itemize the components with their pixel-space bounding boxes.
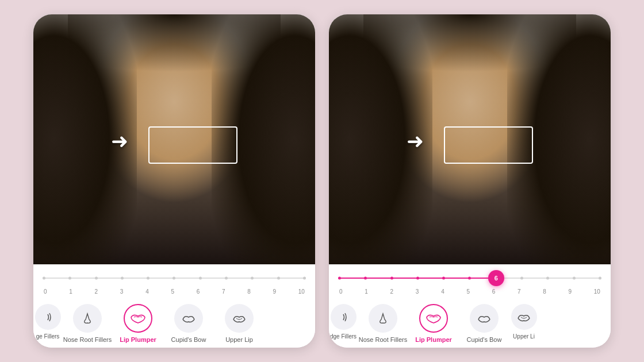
slider-dots — [43, 277, 306, 280]
slider-area-left[interactable]: 0 1 2 3 4 5 6 7 8 9 10 — [33, 264, 315, 298]
slider-dot-3 — [121, 277, 124, 280]
cartilage-label: ge Fillers — [36, 333, 60, 340]
treatment-icons-left: ge Fillers Nose Root Fillers Lip Plumper — [33, 298, 315, 348]
slider-labels-right: 0 1 2 3 4 5 6 7 8 9 10 — [338, 288, 601, 295]
slider-thumb[interactable]: 6 — [488, 270, 504, 286]
lip-plumper-icon — [124, 304, 152, 333]
sidebar-item-cupids-bow-right[interactable]: Cupid's Bow — [459, 304, 509, 343]
slider-dot-r5 — [468, 277, 471, 280]
slider-dots-right — [338, 277, 601, 280]
slider-dot-1 — [68, 277, 71, 280]
slider-thumb-value: 6 — [494, 275, 498, 282]
treatment-icons-right: dge Fillers Nose Root Fillers Lip Plumpe… — [329, 298, 611, 348]
lip-plumper-label-right: Lip Plumper — [415, 336, 452, 343]
lip-plumper-icon-right — [419, 304, 448, 333]
lip-detection-box-right — [444, 126, 533, 164]
slider-dot-r8 — [546, 277, 549, 280]
upper-lip-icon — [225, 304, 254, 333]
sidebar-item-nose-root-right[interactable]: Nose Root Fillers — [358, 304, 408, 343]
direction-arrow-right: ➜ — [407, 129, 424, 153]
slider-area-right[interactable]: 6 0 1 2 3 4 5 6 7 8 9 10 — [329, 264, 611, 298]
slider-dot-r2 — [390, 277, 393, 280]
slider-container[interactable] — [43, 269, 306, 287]
cartilage-icon-right — [331, 304, 356, 330]
upper-lip-label: Upper Lip — [225, 336, 253, 343]
sidebar-item-cartilage-right[interactable]: dge Fillers — [329, 304, 358, 340]
nose-root-label: Nose Root Fillers — [63, 336, 112, 343]
sidebar-item-lip-plumper-left[interactable]: Lip Plumper — [113, 304, 163, 343]
sidebar-item-upper-lip-right[interactable]: Upper Li — [509, 304, 538, 340]
slider-dot-r10 — [599, 277, 601, 280]
slider-dot-r0 — [338, 277, 341, 280]
phone-card-right: ➜ — [329, 14, 611, 348]
sidebar-item-cupids-bow-left[interactable]: Cupid's Bow — [163, 304, 214, 343]
slider-dot-10 — [303, 277, 306, 280]
cupids-bow-label: Cupid's Bow — [171, 336, 206, 343]
cartilage-icon — [35, 304, 61, 330]
cupids-bow-icon — [174, 304, 203, 333]
cupids-bow-label-right: Cupid's Bow — [467, 336, 502, 343]
nose-root-icon-right — [369, 304, 397, 333]
slider-dot-0 — [43, 277, 45, 280]
slider-dot-9 — [277, 277, 280, 280]
sidebar-item-upper-lip-left[interactable]: Upper Lip — [214, 304, 264, 343]
sidebar-item-lip-plumper-right[interactable]: Lip Plumper — [408, 304, 459, 343]
cupids-bow-icon-right — [470, 304, 499, 333]
slider-labels: 0 1 2 3 4 5 6 7 8 9 10 — [43, 288, 306, 295]
slider-dot-r7 — [520, 277, 523, 280]
lip-detection-box — [148, 126, 237, 164]
slider-dot-5 — [172, 277, 175, 280]
upper-lip-icon-right — [511, 304, 537, 330]
photo-area-right: ➜ — [329, 14, 611, 264]
slider-dot-r4 — [442, 277, 445, 280]
hair-top-right — [363, 14, 576, 83]
cartilage-label-right: dge Fillers — [330, 333, 356, 340]
slider-track-right: 6 — [338, 278, 601, 279]
upper-lip-label-right: Upper Li — [513, 333, 535, 340]
slider-dot-8 — [251, 277, 254, 280]
slider-dot-r1 — [364, 277, 367, 280]
sidebar-item-nose-root-left[interactable]: Nose Root Fillers — [62, 304, 113, 343]
nose-root-icon — [73, 304, 102, 333]
photo-area-left: ➜ — [33, 14, 315, 264]
nose-root-label-right: Nose Root Fillers — [359, 336, 407, 343]
slider-dot-r9 — [573, 277, 576, 280]
slider-dot-7 — [225, 277, 228, 280]
hair-top — [68, 14, 281, 83]
slider-dot-6 — [199, 277, 202, 280]
phone-card-left: ➜ — [33, 14, 315, 348]
slider-container-right[interactable]: 6 — [338, 269, 601, 287]
lip-plumper-label: Lip Plumper — [120, 336, 156, 343]
slider-dot-4 — [147, 277, 150, 280]
direction-arrow: ➜ — [111, 129, 128, 153]
slider-dot-2 — [95, 277, 98, 280]
sidebar-item-cartilage-left[interactable]: ge Fillers — [33, 304, 62, 340]
slider-dot-r3 — [416, 277, 419, 280]
slider-track — [43, 278, 306, 279]
